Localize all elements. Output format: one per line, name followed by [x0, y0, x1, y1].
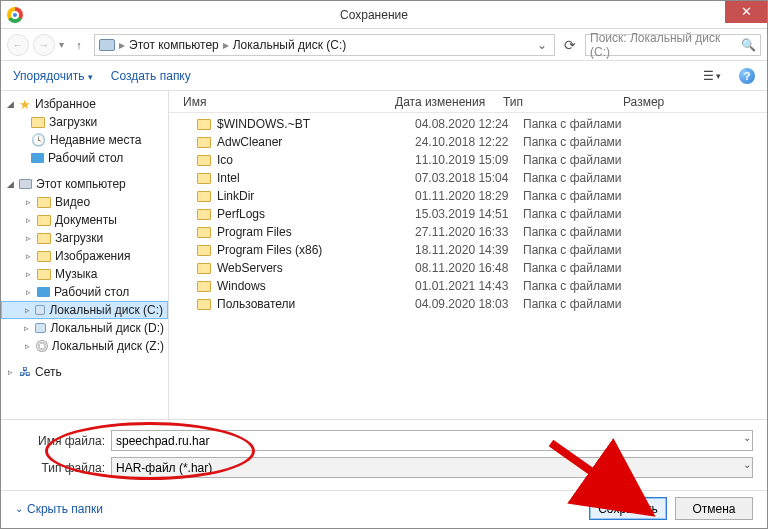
folder-icon	[197, 263, 211, 274]
network-icon: 🖧	[19, 365, 31, 379]
folder-icon	[197, 209, 211, 220]
search-icon: 🔍	[741, 38, 756, 52]
folder-icon	[197, 245, 211, 256]
table-row[interactable]: Windows01.01.2021 14:43Папка с файлами	[169, 277, 767, 295]
breadcrumb-current[interactable]: Локальный диск (C:)	[233, 38, 347, 52]
hide-folders-button[interactable]: ⌄ Скрыть папки	[15, 502, 103, 516]
file-list: Имя Дата изменения Тип Размер $WINDOWS.~…	[169, 91, 767, 419]
folder-icon	[197, 155, 211, 166]
column-headers[interactable]: Имя Дата изменения Тип Размер	[169, 91, 767, 113]
table-row[interactable]: Intel07.03.2018 15:04Папка с файлами	[169, 169, 767, 187]
sidebar-computer[interactable]: ◢ Этот компьютер	[1, 175, 168, 193]
organize-button[interactable]: Упорядочить ▾	[13, 69, 93, 83]
star-icon: ★	[19, 97, 31, 112]
search-placeholder: Поиск: Локальный диск (C:)	[590, 31, 741, 59]
folder-icon	[31, 117, 45, 128]
disc-icon	[36, 340, 47, 352]
sidebar-desktop2[interactable]: ▹Рабочий стол	[1, 283, 168, 301]
table-row[interactable]: PerfLogs15.03.2019 14:51Папка с файлами	[169, 205, 767, 223]
main-area: ◢★ Избранное Загрузки 🕓Недавние места Ра…	[1, 91, 767, 419]
drive-icon	[35, 305, 45, 315]
table-row[interactable]: Program Files (x86)18.11.2020 14:39Папка…	[169, 241, 767, 259]
sidebar-music[interactable]: ▹Музыка	[1, 265, 168, 283]
sidebar-documents[interactable]: ▹Документы	[1, 211, 168, 229]
sidebar-downloads[interactable]: Загрузки	[1, 113, 168, 131]
table-row[interactable]: LinkDir01.11.2020 18:29Папка с файлами	[169, 187, 767, 205]
search-input[interactable]: Поиск: Локальный диск (C:) 🔍	[585, 34, 761, 56]
folder-icon	[197, 119, 211, 130]
close-button[interactable]: ✕	[725, 1, 767, 23]
filename-label: Имя файла:	[15, 434, 111, 448]
sidebar: ◢★ Избранное Загрузки 🕓Недавние места Ра…	[1, 91, 169, 419]
address-bar[interactable]: ▸ Этот компьютер ▸ Локальный диск (C:) ⌄	[94, 34, 555, 56]
save-button[interactable]: Сохранить	[589, 497, 667, 520]
filetype-dropdown[interactable]: ⌄	[743, 459, 751, 470]
sidebar-drive-d[interactable]: ▹Локальный диск (D:)	[1, 319, 168, 337]
sidebar-drive-z[interactable]: ▹Локальный диск (Z:)	[1, 337, 168, 355]
table-row[interactable]: AdwCleaner24.10.2018 12:22Папка с файлам…	[169, 133, 767, 151]
computer-icon	[19, 179, 32, 189]
chevron-down-icon: ⌄	[15, 503, 23, 514]
folder-icon	[197, 281, 211, 292]
desktop-icon	[31, 153, 44, 163]
folder-icon	[197, 173, 211, 184]
sidebar-video[interactable]: ▹Видео	[1, 193, 168, 211]
sidebar-network[interactable]: ▹🖧 Сеть	[1, 363, 168, 381]
recent-icon: 🕓	[31, 133, 46, 147]
table-row[interactable]: Program Files27.11.2020 16:33Папка с фай…	[169, 223, 767, 241]
filename-input[interactable]	[111, 430, 753, 451]
view-mode-button[interactable]: ☰ ▾	[703, 69, 721, 83]
filetype-select[interactable]	[111, 457, 753, 478]
sidebar-recent[interactable]: 🕓Недавние места	[1, 131, 168, 149]
history-dropdown[interactable]: ▾	[59, 39, 64, 50]
col-type[interactable]: Тип	[503, 95, 623, 109]
back-button[interactable]	[7, 34, 29, 56]
filetype-label: Тип файла:	[15, 461, 111, 475]
breadcrumb-dropdown[interactable]: ⌄	[534, 38, 550, 52]
filename-dropdown[interactable]: ⌄	[743, 432, 751, 443]
sidebar-drive-c[interactable]: ▹Локальный диск (C:)	[1, 301, 168, 319]
file-rows: $WINDOWS.~BT04.08.2020 12:24Папка с файл…	[169, 113, 767, 419]
folder-icon	[197, 137, 211, 148]
sidebar-desktop[interactable]: Рабочий стол	[1, 149, 168, 167]
footer: ⌄ Скрыть папки Сохранить Отмена	[1, 490, 767, 529]
navbar: ▾ ▸ Этот компьютер ▸ Локальный диск (C:)…	[1, 29, 767, 61]
newfolder-button[interactable]: Создать папку	[111, 69, 191, 83]
table-row[interactable]: WebServers08.11.2020 16:48Папка с файлам…	[169, 259, 767, 277]
titlebar: Сохранение ✕	[1, 1, 767, 29]
toolbar: Упорядочить ▾ Создать папку ☰ ▾ ?	[1, 61, 767, 91]
form-area: Имя файла: ⌄ Тип файла: ⌄	[1, 419, 767, 490]
col-size[interactable]: Размер	[623, 95, 693, 109]
folder-icon	[197, 191, 211, 202]
up-button[interactable]	[68, 34, 90, 56]
help-icon[interactable]: ?	[739, 68, 755, 84]
sidebar-pictures[interactable]: ▹Изображения	[1, 247, 168, 265]
col-date[interactable]: Дата изменения	[395, 95, 503, 109]
forward-button[interactable]	[33, 34, 55, 56]
sidebar-favorites[interactable]: ◢★ Избранное	[1, 95, 168, 113]
table-row[interactable]: Пользователи04.09.2020 18:03Папка с файл…	[169, 295, 767, 313]
chrome-icon	[7, 7, 23, 23]
window-title: Сохранение	[23, 8, 725, 22]
folder-icon	[197, 299, 211, 310]
breadcrumb-root[interactable]: Этот компьютер	[129, 38, 219, 52]
col-name[interactable]: Имя	[183, 95, 395, 109]
refresh-button[interactable]: ⟳	[559, 34, 581, 56]
folder-icon	[197, 227, 211, 238]
drive-icon	[99, 39, 115, 51]
sidebar-downloads2[interactable]: ▹Загрузки	[1, 229, 168, 247]
table-row[interactable]: Ico11.10.2019 15:09Папка с файлами	[169, 151, 767, 169]
cancel-button[interactable]: Отмена	[675, 497, 753, 520]
table-row[interactable]: $WINDOWS.~BT04.08.2020 12:24Папка с файл…	[169, 115, 767, 133]
